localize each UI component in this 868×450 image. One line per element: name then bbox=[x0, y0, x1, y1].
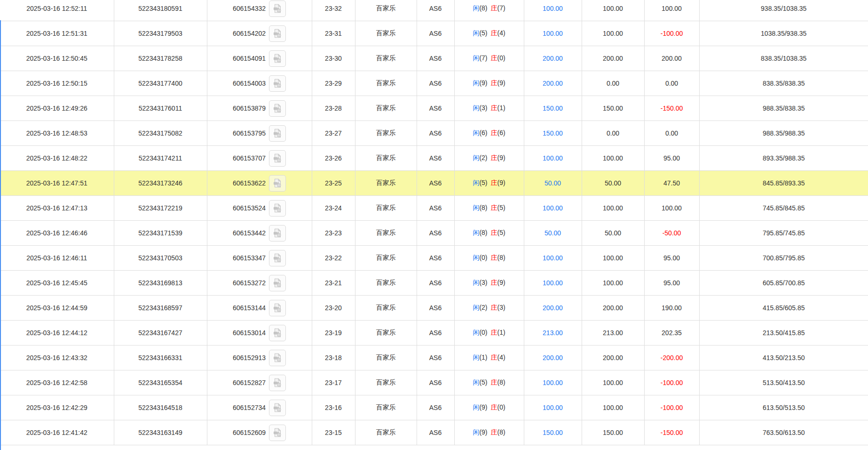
video-replay-button[interactable] bbox=[269, 0, 286, 17]
video-replay-button[interactable] bbox=[269, 300, 286, 316]
bet-amount-link[interactable]: 100.00 bbox=[543, 5, 563, 12]
bet-amount-link[interactable]: 200.00 bbox=[543, 354, 563, 362]
order-number: 522343179503 bbox=[138, 30, 182, 37]
table-row[interactable]: 2025-03-16 12:51:31 522343179503 6061542… bbox=[0, 21, 868, 46]
banker-result-points: (4) bbox=[497, 29, 505, 37]
table-row[interactable]: 2025-03-16 12:48:22 522343174211 6061537… bbox=[0, 146, 868, 171]
bet-amount-link[interactable]: 50.00 bbox=[544, 229, 561, 237]
video-replay-button[interactable] bbox=[269, 50, 286, 67]
video-replay-button[interactable] bbox=[269, 275, 286, 291]
round-number: 23-26 bbox=[325, 154, 342, 162]
video-replay-button[interactable] bbox=[269, 425, 286, 441]
banker-result-points: (3) bbox=[497, 304, 505, 311]
table-row[interactable]: 2025-03-16 12:47:13 522343172219 6061535… bbox=[0, 196, 868, 221]
video-replay-button[interactable] bbox=[269, 75, 286, 92]
video-replay-button[interactable] bbox=[269, 25, 286, 42]
table-row[interactable]: 2025-03-16 12:44:12 522343167427 6061530… bbox=[0, 321, 868, 346]
cell-game-number: 606152734 bbox=[207, 395, 312, 420]
table-row[interactable]: 2025-03-16 12:49:26 522343176011 6061538… bbox=[0, 96, 868, 121]
records-table: 2025-03-16 12:52:11 522343180591 6061543… bbox=[0, 0, 868, 445]
cell-round: 23-19 bbox=[312, 321, 355, 346]
player-result-label: 闲 bbox=[473, 354, 479, 361]
table-row[interactable]: 2025-03-16 12:47:51 522343173246 6061536… bbox=[0, 171, 868, 196]
bet-amount-link[interactable]: 100.00 bbox=[543, 404, 563, 411]
bet-amount-link[interactable]: 150.00 bbox=[543, 429, 563, 436]
cell-game-type: 百家乐 bbox=[355, 346, 417, 370]
valid-amount: 0.00 bbox=[607, 80, 619, 87]
bet-amount-link[interactable]: 200.00 bbox=[543, 80, 563, 87]
cell-valid-amount: 100.00 bbox=[582, 370, 644, 395]
cell-balance: 838.35/1038.35 bbox=[699, 46, 868, 71]
cell-order-number: 522343177400 bbox=[114, 71, 207, 96]
player-result-points: (6) bbox=[479, 129, 487, 137]
video-replay-button[interactable] bbox=[269, 325, 286, 341]
table-row[interactable]: 2025-03-16 12:46:11 522343170503 6061533… bbox=[0, 246, 868, 271]
table-row[interactable]: 2025-03-16 12:50:45 522343178258 6061540… bbox=[0, 46, 868, 71]
player-result-label: 闲 bbox=[473, 104, 479, 112]
balance-value: 893.35/988.35 bbox=[763, 154, 805, 162]
bet-amount-link[interactable]: 100.00 bbox=[543, 204, 563, 212]
banker-result-label: 庄 bbox=[491, 29, 497, 37]
bet-amount-link[interactable]: 100.00 bbox=[543, 379, 563, 386]
cell-game-number: 606153144 bbox=[207, 296, 312, 321]
bet-amount-link[interactable]: 100.00 bbox=[543, 254, 563, 262]
cell-balance: 1038.35/938.35 bbox=[699, 21, 868, 46]
bet-amount-link[interactable]: 200.00 bbox=[543, 304, 563, 312]
video-replay-button[interactable] bbox=[269, 375, 286, 391]
bet-amount-link[interactable]: 150.00 bbox=[543, 129, 563, 137]
win-loss-value: -100.00 bbox=[661, 30, 683, 37]
order-number: 522343176011 bbox=[139, 104, 182, 112]
table-row[interactable]: 2025-03-16 12:52:11 522343180591 6061543… bbox=[0, 0, 868, 21]
cell-balance: 988.35/838.35 bbox=[699, 96, 868, 121]
bet-amount-link[interactable]: 50.00 bbox=[544, 179, 561, 187]
cell-result: 闲(8)庄(5) bbox=[454, 221, 524, 246]
cell-valid-amount: 100.00 bbox=[582, 395, 644, 420]
cell-bet-amount: 50.00 bbox=[524, 221, 582, 246]
banker-result-label: 庄 bbox=[491, 179, 497, 186]
video-replay-button[interactable] bbox=[269, 125, 286, 142]
video-replay-button[interactable] bbox=[269, 175, 286, 192]
bet-amount-link[interactable]: 100.00 bbox=[543, 154, 563, 162]
cell-win-loss: 0.00 bbox=[644, 121, 699, 146]
cell-table-name: AS6 bbox=[417, 121, 454, 146]
table-row[interactable]: 2025-03-16 12:45:45 522343169813 6061532… bbox=[0, 271, 868, 296]
table-row[interactable]: 2025-03-16 12:50:15 522343177400 6061540… bbox=[0, 71, 868, 96]
cell-win-loss: 202.35 bbox=[644, 321, 699, 346]
bet-amount-link[interactable]: 100.00 bbox=[543, 279, 563, 287]
round-number: 23-17 bbox=[325, 379, 342, 386]
cell-valid-amount: 100.00 bbox=[582, 246, 644, 271]
table-row[interactable]: 2025-03-16 12:42:29 522343164518 6061527… bbox=[0, 395, 868, 420]
table-row[interactable]: 2025-03-16 12:41:42 522343163149 6061526… bbox=[0, 420, 868, 445]
table-row[interactable]: 2025-03-16 12:46:46 522343171539 6061534… bbox=[0, 221, 868, 246]
video-replay-button[interactable] bbox=[269, 250, 286, 266]
bet-amount-link[interactable]: 213.00 bbox=[543, 329, 563, 337]
valid-amount: 213.00 bbox=[603, 329, 623, 337]
video-replay-button[interactable] bbox=[269, 225, 286, 241]
table-row[interactable]: 2025-03-16 12:48:53 522343175082 6061537… bbox=[0, 121, 868, 146]
video-replay-button[interactable] bbox=[269, 400, 286, 416]
video-replay-button[interactable] bbox=[269, 150, 286, 167]
records-table-body: 2025-03-16 12:52:11 522343180591 6061543… bbox=[0, 0, 868, 445]
game-number: 606153272 bbox=[233, 279, 266, 287]
banker-result-label: 庄 bbox=[491, 329, 497, 336]
balance-value: 1038.35/938.35 bbox=[761, 30, 806, 37]
win-loss-value: 202.35 bbox=[662, 329, 682, 337]
game-type: 百家乐 bbox=[376, 354, 396, 361]
cell-table-name: AS6 bbox=[417, 395, 454, 420]
video-replay-button[interactable] bbox=[269, 350, 286, 366]
bet-amount-link[interactable]: 100.00 bbox=[543, 30, 563, 37]
banker-result-label: 庄 bbox=[491, 378, 497, 386]
cell-result: 闲(3)庄(9) bbox=[454, 271, 524, 296]
table-row[interactable]: 2025-03-16 12:44:59 522343168597 6061531… bbox=[0, 296, 868, 321]
game-number: 606153347 bbox=[233, 254, 266, 262]
video-replay-icon bbox=[272, 78, 283, 88]
table-row[interactable]: 2025-03-16 12:42:58 522343165354 6061528… bbox=[0, 370, 868, 395]
valid-amount: 50.00 bbox=[605, 179, 621, 187]
video-replay-button[interactable] bbox=[269, 200, 286, 217]
video-replay-button[interactable] bbox=[269, 100, 286, 117]
round-number: 23-18 bbox=[325, 354, 342, 362]
table-row[interactable]: 2025-03-16 12:43:32 522343166331 6061529… bbox=[0, 346, 868, 370]
bet-amount-link[interactable]: 200.00 bbox=[543, 55, 563, 62]
banker-result-points: (6) bbox=[497, 129, 505, 137]
bet-amount-link[interactable]: 150.00 bbox=[543, 104, 563, 112]
